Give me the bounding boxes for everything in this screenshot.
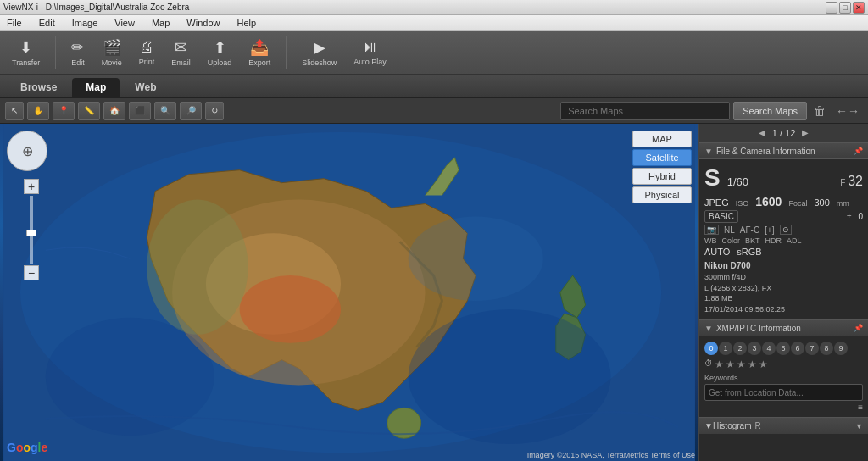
slideshow-button[interactable]: ▶ Slideshow (297, 36, 342, 69)
map-view[interactable]: MAP Satellite Hybrid Physical ⊕ + − Goog… (0, 124, 698, 461)
email-icon: ✉ (175, 38, 187, 57)
delete-button[interactable]: 🗑 (810, 104, 829, 118)
menu-help[interactable]: Help (233, 18, 259, 28)
email-label: Email (171, 58, 191, 67)
camera-model: Nikon D700 (704, 260, 863, 272)
main-content: MAP Satellite Hybrid Physical ⊕ + − Goog… (0, 124, 868, 461)
exposure-display: S 1/60 F 32 (704, 164, 863, 192)
nav-back-button[interactable]: ←→ (832, 104, 863, 118)
rating-3[interactable]: 3 (748, 342, 761, 355)
map-search-button[interactable]: Search Maps (733, 102, 807, 120)
star-4[interactable]: ★ (748, 358, 757, 370)
tab-browse[interactable]: Browse (7, 78, 70, 97)
transfer-button[interactable]: ⬇ Transfer (7, 36, 45, 69)
star-3[interactable]: ★ (737, 358, 746, 370)
rating-2[interactable]: 2 (733, 342, 747, 355)
zoom-in-tool[interactable]: 🔍 (154, 102, 176, 120)
zoom-handle[interactable] (26, 230, 36, 236)
pin-tool[interactable]: 📍 (53, 102, 75, 120)
menubar: File Edit Image View Map Window Help (0, 15, 868, 31)
layers-tool[interactable]: ⬛ (129, 102, 151, 120)
star-5[interactable]: ★ (759, 358, 768, 370)
rating-4[interactable]: 4 (762, 342, 776, 355)
window-title: ViewNX-i - D:\Images_Digital\Australia Z… (3, 3, 826, 12)
zoom-out-tool[interactable]: 🔎 (180, 102, 202, 120)
movie-button[interactable]: 🎬 Movie (97, 36, 127, 69)
minimize-button[interactable]: ─ (826, 2, 837, 14)
zoom-slider[interactable] (30, 196, 33, 264)
histogram-options-icon[interactable]: ▼ (855, 422, 863, 430)
histogram-header[interactable]: ▼ Histogram R ▼ (699, 417, 868, 434)
next-image-button[interactable]: ▶ (802, 128, 809, 137)
rating-1[interactable]: 1 (719, 342, 732, 355)
rotate-tool[interactable]: ↻ (205, 102, 224, 120)
map-search-input[interactable] (560, 102, 730, 120)
upload-button[interactable]: ⬆ Upload (203, 36, 237, 69)
camera-info-pin-icon[interactable]: 📌 (854, 147, 863, 155)
keywords-expand[interactable]: ≡ (704, 403, 863, 412)
edit-button[interactable]: ✏ Edit (66, 36, 90, 69)
tab-map[interactable]: Map (72, 78, 120, 97)
rating-9[interactable]: 9 (834, 342, 848, 355)
zoom-out-button[interactable]: − (24, 265, 39, 280)
print-button[interactable]: 🖨 Print (134, 36, 160, 68)
rating-8[interactable]: 8 (820, 342, 833, 355)
exposure-values: 1/60 (727, 175, 748, 188)
xmp-expand-icon: ▼ (704, 324, 713, 333)
image-counter-bar: ◀ 1 / 12 ▶ (699, 124, 868, 142)
measure-tool[interactable]: 📏 (78, 102, 100, 120)
format-label: JPEG (704, 197, 729, 208)
export-button[interactable]: 📤 Export (243, 36, 275, 69)
rating-7[interactable]: 7 (805, 342, 819, 355)
histogram-expand-icon: ▼ (704, 421, 713, 430)
shutter-speed: 1/60 (727, 175, 748, 188)
zoom-in-button[interactable]: + (24, 179, 39, 194)
focal-value: 300 (814, 197, 829, 208)
keywords-input[interactable] (704, 384, 863, 401)
iso-label: ISO (736, 199, 749, 208)
map-type-satellite[interactable]: Satellite (632, 149, 692, 166)
xmp-pin-icon[interactable]: 📌 (854, 324, 863, 332)
hand-tool[interactable]: ✋ (27, 102, 49, 120)
prev-image-button[interactable]: ◀ (759, 128, 765, 137)
camera-info-header[interactable]: ▼ File & Camera Information 📌 (699, 142, 868, 159)
map-type-map[interactable]: MAP (632, 131, 692, 147)
rating-5[interactable]: 5 (776, 342, 790, 355)
autoplay-button[interactable]: ⏯ Auto Play (348, 36, 392, 68)
map-type-hybrid[interactable]: Hybrid (632, 168, 692, 185)
menu-view[interactable]: View (111, 18, 138, 28)
xmp-section-header[interactable]: ▼ XMP/IPTC Information 📌 (699, 319, 868, 336)
aperture-display: F 32 (840, 174, 863, 189)
maximize-button[interactable]: □ (839, 2, 851, 14)
google-logo: Google (7, 441, 47, 454)
image-counter: 1 / 12 (772, 128, 796, 138)
close-button[interactable]: ✕ (853, 2, 865, 14)
map-type-physical[interactable]: Physical (632, 186, 692, 203)
adl-label: ADL (787, 236, 802, 245)
star-2[interactable]: ★ (726, 358, 735, 370)
focal-unit: mm (837, 199, 849, 208)
xmp-info-panel: 0 1 2 3 4 5 6 7 8 9 ⏱ ★ ★ ★ ★ ★ Keywords (699, 336, 868, 417)
home-tool[interactable]: 🏠 (103, 102, 125, 120)
aperture-value: 32 (848, 174, 863, 188)
menu-map[interactable]: Map (148, 18, 173, 28)
menu-window[interactable]: Window (183, 18, 223, 28)
upload-label: Upload (208, 58, 232, 67)
menu-image[interactable]: Image (69, 18, 102, 28)
wb-mode-row: AUTO sRGB (704, 247, 863, 257)
cursor-tool[interactable]: ↖ (5, 102, 24, 120)
navigation-tabs: Browse Map Web (0, 75, 868, 98)
bkt-label: BKT (745, 236, 760, 245)
star-1[interactable]: ★ (715, 358, 724, 370)
histogram-label: Histogram (713, 421, 752, 430)
rating-6[interactable]: 6 (791, 342, 804, 355)
menu-edit[interactable]: Edit (36, 18, 58, 28)
tab-web[interactable]: Web (121, 78, 170, 97)
menu-file[interactable]: File (3, 18, 25, 28)
map-nav-circle[interactable]: ⊕ (7, 131, 47, 171)
camera-details: Nikon D700 300mm f/4D L (4256 x 2832), F… (704, 260, 863, 314)
svg-point-4 (240, 275, 341, 343)
rating-0[interactable]: 0 (704, 342, 718, 355)
email-button[interactable]: ✉ Email (166, 36, 196, 69)
wb-mode: AUTO (704, 247, 730, 257)
